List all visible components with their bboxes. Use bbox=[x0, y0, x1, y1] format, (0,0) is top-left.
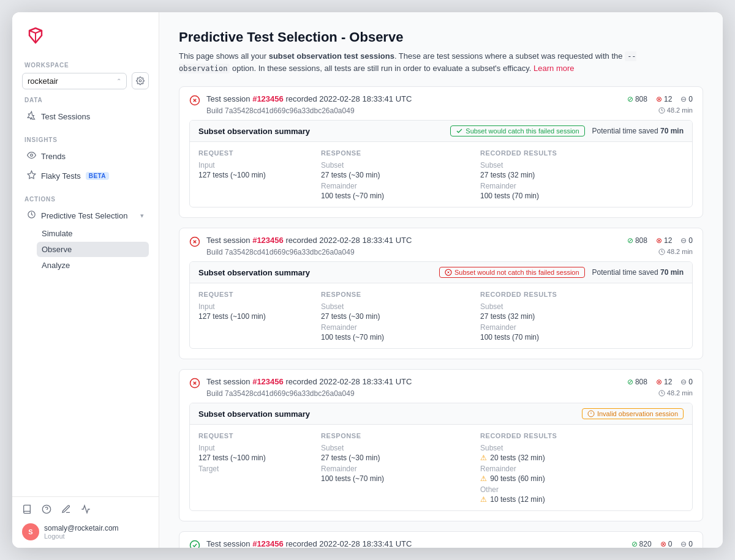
session-card: Test session #123456 recorded 2022-02-28… bbox=[179, 228, 703, 359]
obs-summary-title: Subset observation summary bbox=[198, 268, 310, 277]
announce-icon[interactable] bbox=[81, 504, 91, 516]
trends-label: Trends bbox=[41, 152, 66, 161]
workspace-select[interactable]: rocketair ⌃ bbox=[22, 73, 127, 89]
session-build: Build 7a35428cd41d669c96a33dbc26a0a049 bbox=[206, 248, 355, 256]
sidebar-item-test-sessions[interactable]: Test Sessions bbox=[22, 107, 149, 125]
avatar: S bbox=[22, 523, 39, 540]
predictive-label: Predictive Test Selection bbox=[41, 211, 127, 220]
logout-link[interactable]: Logout bbox=[44, 532, 119, 540]
session-stats: ⊘ 808 ⊗ 12 ⊖ 0 bbox=[627, 95, 693, 103]
predictive-icon bbox=[27, 210, 36, 221]
user-row: S somaly@rocketair.com Logout bbox=[22, 523, 149, 540]
failed-icon bbox=[189, 236, 200, 249]
invalid-badge: Invalid observation session bbox=[582, 408, 684, 419]
main-content: Predictive Test Selection - Observe This… bbox=[159, 12, 723, 548]
session-title: Test session #123456 recorded 2022-02-28… bbox=[206, 236, 412, 245]
workspace-label: Workspace bbox=[22, 62, 149, 69]
session-stats: ⊘ 808 ⊗ 12 ⊖ 0 bbox=[627, 236, 693, 245]
beta-badge: BETA bbox=[86, 172, 109, 180]
edit-icon[interactable] bbox=[61, 504, 71, 516]
session-time: 48.2 min bbox=[658, 389, 693, 397]
session-build: Build 7a35428cd41d669c96a33dbc26a0a049 bbox=[206, 389, 355, 398]
svg-point-1 bbox=[139, 80, 141, 82]
sidebar-item-trends[interactable]: Trends bbox=[22, 147, 149, 165]
user-email: somaly@rocketair.com bbox=[44, 524, 119, 532]
eye-icon bbox=[27, 151, 36, 162]
flaky-icon bbox=[27, 170, 36, 181]
session-time: 48.2 min bbox=[658, 248, 693, 255]
obs-summary-title: Subset observation summary bbox=[198, 409, 310, 419]
obs-summary: Subset observation summary Invalid obser… bbox=[189, 403, 693, 511]
session-stats: ⊘ 808 ⊗ 12 ⊖ 0 bbox=[627, 378, 693, 386]
analyze-item[interactable]: Analyze bbox=[37, 258, 149, 273]
rocket-icon bbox=[27, 111, 36, 122]
nocatch-badge: Subset would not catch this failed sessi… bbox=[439, 267, 585, 278]
session-stats: ⊘ 820 ⊗ 0 ⊖ 0 bbox=[631, 540, 693, 548]
actions-section-label: ACTIONS bbox=[22, 196, 149, 203]
session-title: Test session #123456 recorded 2022-02-28… bbox=[206, 377, 412, 386]
passed-icon bbox=[189, 540, 200, 548]
session-time: 48.2 min bbox=[658, 106, 693, 114]
data-section-label: DATA bbox=[22, 97, 149, 103]
session-card: Test session #123456 recorded 2022-02-28… bbox=[179, 86, 703, 218]
simulate-item[interactable]: Simulate bbox=[37, 226, 149, 241]
failed-icon bbox=[189, 378, 200, 390]
book-icon[interactable] bbox=[22, 504, 32, 516]
sidebar-item-predictive[interactable]: Predictive Test Selection ▾ bbox=[22, 206, 149, 225]
session-build: Build 7a35428cd41d669c96a33dbc26a0a049 bbox=[206, 106, 355, 115]
gear-button[interactable] bbox=[132, 72, 149, 89]
session-title: Test session #123456 recorded 2022-02-28… bbox=[206, 539, 412, 548]
help-icon[interactable] bbox=[42, 504, 51, 516]
session-title: Test session #123456 recorded 2022-02-28… bbox=[206, 94, 412, 103]
observe-item[interactable]: Observe bbox=[37, 242, 149, 257]
obs-summary: Subset observation summary Subset would … bbox=[189, 261, 693, 349]
session-card: Test session #123456 recorded 2022-02-28… bbox=[179, 369, 703, 521]
learn-more-link[interactable]: Learn more bbox=[533, 64, 574, 73]
predictive-sub-nav: Simulate Observe Analyze bbox=[37, 226, 149, 273]
insights-section-label: INSIGHTS bbox=[22, 136, 149, 143]
failed-icon bbox=[189, 95, 200, 108]
page-title: Predictive Test Selection - Observe bbox=[179, 29, 703, 45]
catch-badge: Subset would catch this failed session bbox=[450, 125, 584, 136]
bottom-icons bbox=[22, 504, 149, 516]
obs-summary: Subset observation summary Subset would … bbox=[189, 120, 693, 207]
svg-point-2 bbox=[31, 154, 33, 157]
session-card: Test session #123456 recorded 2022-02-28… bbox=[179, 531, 703, 548]
logo bbox=[12, 12, 159, 54]
flaky-tests-label: Flaky Tests bbox=[41, 171, 81, 181]
sidebar-item-flaky-tests[interactable]: Flaky Tests BETA bbox=[22, 166, 149, 185]
obs-summary-title: Subset observation summary bbox=[198, 127, 310, 136]
page-description: This page shows all your subset observat… bbox=[179, 50, 657, 74]
sidebar: Workspace rocketair ⌃ DATA Test bbox=[12, 12, 159, 548]
time-saved: Potential time saved 70 min bbox=[592, 127, 684, 135]
time-saved: Potential time saved 70 min bbox=[592, 268, 684, 277]
test-sessions-label: Test Sessions bbox=[41, 112, 90, 121]
